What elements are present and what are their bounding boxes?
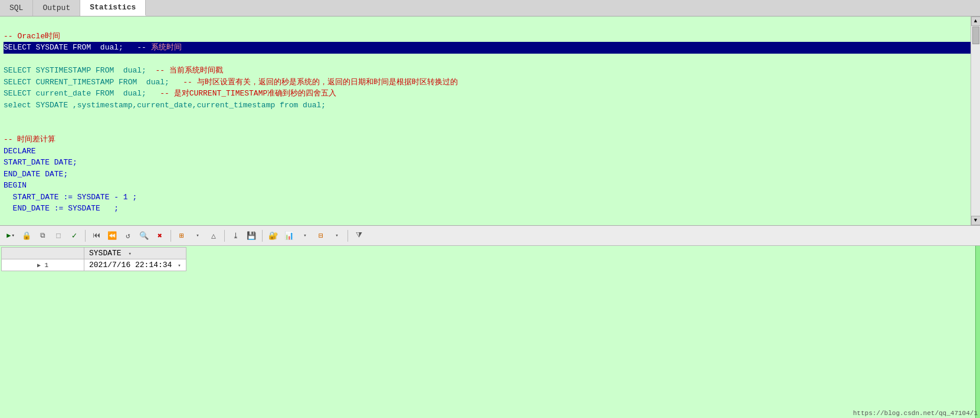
chart-options-icon: ▾: [303, 232, 306, 239]
scrollbar-down-btn[interactable]: ▼: [971, 216, 981, 225]
editor-scrollbar: ▲ ▼: [971, 17, 980, 225]
scrollbar-thumb[interactable]: [972, 27, 979, 44]
move-prev-button[interactable]: ⏪: [105, 229, 119, 243]
search-button[interactable]: 🔍: [137, 229, 151, 243]
line-end-assign: END_DATE := SYSDATE ;: [4, 204, 119, 213]
separator-4: [262, 230, 263, 242]
line-declare: DECLARE: [4, 147, 36, 156]
tab-statistics[interactable]: Statistics: [80, 0, 146, 16]
column-sysdate: SYSDATE ▾: [84, 248, 186, 259]
results-right-bar: [975, 246, 980, 418]
run-options-button[interactable]: ▶▾: [4, 229, 18, 243]
check-icon: ✓: [72, 231, 77, 241]
cell-expand-icon[interactable]: ▾: [178, 263, 181, 269]
line-begin: BEGIN: [4, 181, 27, 190]
move-first-button[interactable]: ⏮: [89, 229, 103, 243]
scrollbar-up-btn[interactable]: ▲: [971, 17, 981, 26]
move-first-icon: ⏮: [93, 231, 100, 240]
tab-output[interactable]: Output: [33, 0, 80, 16]
grid-up-button[interactable]: △: [207, 229, 221, 243]
export-button[interactable]: ⤓: [228, 229, 242, 243]
line-end-date: END_DATE DATE;: [4, 170, 68, 179]
line-start-assign: START_DATE := SYSDATE - 1 ;: [4, 193, 137, 202]
line-comment-timediff: -- 时间差计算: [4, 135, 55, 144]
row-indicator-header: [2, 248, 84, 259]
move-prev-icon: ⏪: [107, 231, 117, 241]
scrollbar-track[interactable]: [972, 26, 980, 216]
save-icon: 💾: [247, 231, 256, 241]
editor-content: -- Oracle时间 SELECT SYSDATE FROM dual; --…: [0, 17, 980, 226]
results-section: SYSDATE ▾ ▶ 1 2021/7/16 22:14:34 ▾: [0, 246, 980, 418]
table-options-icon: ▾: [335, 232, 338, 239]
line-current-date: SELECT current_date FROM dual; -- 是对CURR…: [4, 89, 336, 98]
column-sort-icon[interactable]: ▾: [128, 251, 131, 257]
search-icon: 🔍: [139, 231, 149, 241]
tab-sql[interactable]: SQL: [0, 0, 33, 16]
tabs-bar: SQL Output Statistics: [0, 0, 980, 17]
table-view-icon: ⊟: [319, 231, 323, 241]
separator-5: [348, 230, 348, 242]
line-comment-oracle: -- Oracle时间: [4, 32, 60, 41]
line-select-all: select SYSDATE ,systimestamp,current_dat…: [4, 101, 326, 110]
row-arrow-icon: ▶: [37, 262, 41, 269]
check-button[interactable]: ✓: [67, 229, 81, 243]
table-row: ▶ 1 2021/7/16 22:14:34 ▾: [2, 259, 186, 271]
cell-sysdate-value: 2021/7/16 22:14:34 ▾: [84, 259, 186, 271]
line-empty1: [4, 124, 8, 133]
main-container: -- Oracle时间 SELECT SYSDATE FROM dual; --…: [0, 17, 980, 418]
grid-icon: ⊞: [179, 231, 184, 241]
lock2-icon: 🔐: [268, 231, 278, 241]
filter-button[interactable]: ⧩: [352, 229, 366, 243]
row-indicator-1: ▶ 1: [2, 259, 84, 271]
chart-options-button[interactable]: ▾: [298, 229, 312, 243]
status-url: https://blog.csdn.net/qq_47104/1: [851, 409, 980, 418]
separator-3: [224, 230, 225, 242]
lock-icon: 🔒: [22, 231, 31, 241]
table-view-button[interactable]: ⊟: [314, 229, 328, 243]
grid-button[interactable]: ⊞: [175, 229, 189, 243]
clear-button[interactable]: ✖: [153, 229, 167, 243]
results-table: SYSDATE ▾ ▶ 1 2021/7/16 22:14:34 ▾: [1, 247, 186, 271]
line-select-sysdate: SELECT SYSDATE FROM dual; -- 系统时间: [4, 42, 976, 54]
line-current-timestamp: SELECT CURRENT_TIMESTAMP FROM dual; -- 与…: [4, 78, 458, 87]
copy-button[interactable]: ⧉: [35, 229, 50, 243]
clear-icon: ✖: [158, 231, 162, 241]
separator-2: [171, 230, 171, 242]
save-button[interactable]: 💾: [244, 229, 258, 243]
chart-button[interactable]: 📊: [282, 229, 296, 243]
results-wrapper: SYSDATE ▾ ▶ 1 2021/7/16 22:14:34 ▾: [0, 246, 980, 272]
refresh-icon: ↺: [126, 231, 130, 241]
paste-icon: ⬚: [56, 231, 60, 240]
copy-icon: ⧉: [40, 232, 45, 240]
grid-up-icon: △: [211, 231, 216, 241]
refresh-button[interactable]: ↺: [121, 229, 135, 243]
toolbar: ▶▾ 🔒 ⧉ ⬚ ✓ ⏮ ⏪ ↺ 🔍 ✖: [0, 226, 980, 246]
paste-special-button[interactable]: ⬚: [51, 229, 65, 243]
lock-button[interactable]: 🔒: [19, 229, 34, 243]
editor-area[interactable]: -- Oracle时间 SELECT SYSDATE FROM dual; --…: [0, 17, 980, 226]
filter-icon: ⧩: [356, 231, 362, 240]
line-start-date: START_DATE DATE;: [4, 158, 77, 167]
grid-options-button[interactable]: ▾: [191, 229, 205, 243]
separator-1: [85, 230, 86, 242]
table-options-button[interactable]: ▾: [330, 229, 344, 243]
grid-options-icon: ▾: [196, 232, 199, 239]
run-icon: ▶▾: [6, 231, 15, 240]
lock2-button[interactable]: 🔐: [266, 229, 280, 243]
export-icon: ⤓: [232, 231, 239, 241]
line-systimestamp: SELECT SYSTIMESTAMP FROM dual; -- 当前系统时间…: [4, 66, 223, 75]
chart-icon: 📊: [284, 231, 294, 241]
